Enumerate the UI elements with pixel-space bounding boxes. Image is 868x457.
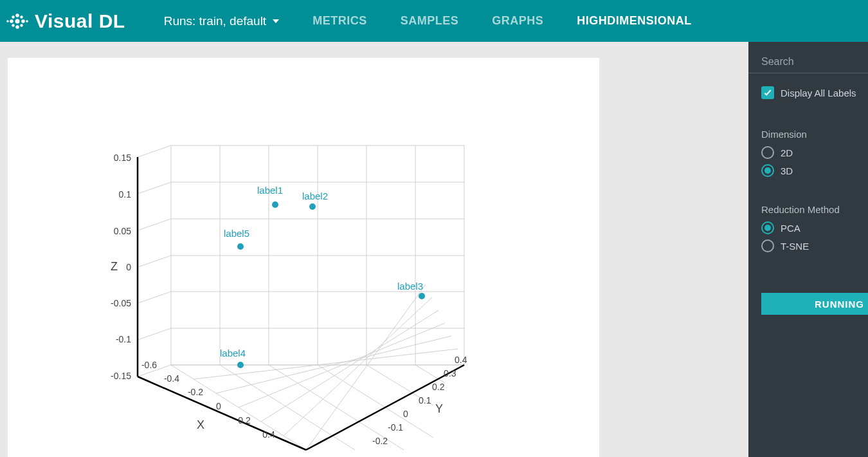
svg-text:X: X [197, 418, 204, 431]
nav-tab-samples[interactable]: SAMPLES [401, 14, 459, 28]
sidebar: Display All Labels Dimension 2D 3D Reduc… [748, 42, 868, 457]
dimension-option-2d[interactable]: 2D [748, 144, 868, 162]
search-field-wrap [748, 53, 868, 73]
svg-text:-0.15: -0.15 [111, 371, 131, 381]
svg-line-26 [138, 182, 171, 194]
svg-text:0: 0 [126, 262, 131, 272]
svg-point-7 [20, 24, 23, 26]
svg-point-1 [21, 19, 25, 23]
reduction-option-pca[interactable]: PCA [748, 219, 868, 237]
svg-line-25 [138, 145, 171, 157]
svg-text:-0.05: -0.05 [111, 298, 131, 308]
brand-logo: Visual DL [0, 8, 125, 35]
data-point: label3 [397, 281, 425, 299]
svg-text:0.3: 0.3 [444, 368, 457, 378]
svg-text:0.2: 0.2 [238, 415, 251, 425]
main-area: 0.15 0.1 0.05 0 -0.05 -0.1 -0.15 Z -0.6 … [0, 42, 868, 457]
svg-text:label2: label2 [302, 191, 328, 201]
svg-text:0: 0 [216, 401, 221, 411]
svg-text:0.4: 0.4 [455, 355, 467, 365]
svg-text:0.4: 0.4 [262, 429, 275, 440]
svg-point-70 [272, 201, 278, 208]
top-bar: Visual DL Runs: train, default METRICS S… [0, 0, 868, 42]
svg-text:-0.1: -0.1 [116, 334, 131, 344]
data-point: label5 [224, 228, 249, 250]
svg-point-5 [20, 15, 23, 18]
svg-text:Z: Z [111, 260, 118, 273]
radio-selected-icon [761, 164, 774, 177]
svg-line-34 [220, 365, 355, 450]
svg-text:label1: label1 [257, 185, 283, 196]
svg-point-76 [237, 362, 244, 368]
data-point: label2 [302, 191, 328, 210]
svg-text:label4: label4 [220, 348, 246, 359]
svg-point-0 [15, 19, 20, 23]
brand-text: Visual DL [35, 10, 125, 32]
svg-text:-0.2: -0.2 [188, 387, 203, 397]
svg-text:-0.1: -0.1 [388, 422, 403, 433]
running-button[interactable]: RUNNING [761, 293, 868, 315]
svg-text:-0.6: -0.6 [141, 360, 157, 370]
radio-icon [761, 146, 774, 159]
svg-point-2 [10, 19, 14, 23]
radio-icon [761, 239, 774, 252]
svg-line-36 [318, 365, 433, 438]
svg-text:0.05: 0.05 [114, 226, 131, 236]
svg-point-78 [237, 243, 244, 250]
svg-line-44 [261, 310, 439, 422]
chevron-down-icon [273, 19, 279, 23]
svg-text:Y: Y [435, 402, 443, 415]
radio-selected-icon [761, 221, 774, 234]
svg-point-72 [309, 203, 316, 210]
display-all-labels-label: Display All Labels [781, 88, 856, 98]
checkbox-checked-icon [761, 86, 774, 99]
svg-text:0.1: 0.1 [419, 395, 431, 406]
svg-text:0: 0 [403, 409, 408, 419]
svg-text:0.15: 0.15 [114, 153, 131, 163]
svg-point-10 [6, 20, 9, 23]
svg-point-8 [12, 24, 14, 26]
svg-point-3 [15, 14, 19, 17]
plot-card: 0.15 0.1 0.05 0 -0.05 -0.1 -0.15 Z -0.6 … [8, 58, 599, 457]
reduction-option-tsne[interactable]: T-SNE [748, 237, 868, 255]
svg-line-27 [138, 219, 171, 230]
svg-point-6 [12, 15, 14, 18]
dimension-label-3d: 3D [781, 165, 793, 176]
svg-point-74 [419, 293, 425, 299]
search-input[interactable] [748, 53, 868, 73]
svg-text:label3: label3 [397, 281, 423, 292]
svg-point-9 [26, 20, 28, 23]
runs-dropdown[interactable]: Runs: train, default [164, 14, 279, 28]
svg-text:-0.4: -0.4 [164, 373, 179, 384]
nav-tab-highdimensional[interactable]: HIGHDIMENSIONAL [577, 14, 692, 28]
dimension-title: Dimension [748, 129, 868, 144]
logo-icon [4, 8, 31, 35]
nav-tabs: METRICS SAMPLES GRAPHS HIGHDIMENSIONAL [312, 14, 692, 28]
svg-text:label5: label5 [224, 228, 249, 239]
display-all-labels-checkbox[interactable]: Display All Labels [748, 81, 868, 104]
runs-label: Runs: train, default [164, 14, 266, 28]
nav-tab-graphs[interactable]: GRAPHS [492, 14, 543, 28]
svg-point-4 [15, 25, 19, 29]
reduction-title: Reduction Method [748, 204, 868, 219]
svg-line-30 [138, 328, 171, 340]
svg-text:-0.2: -0.2 [372, 436, 388, 446]
svg-line-28 [138, 256, 171, 267]
svg-text:0.2: 0.2 [432, 382, 445, 392]
reduction-label-tsne: T-SNE [781, 241, 809, 252]
svg-line-38 [415, 365, 445, 383]
data-point: label1 [257, 185, 283, 208]
dimension-label-2d: 2D [781, 147, 793, 158]
plot-3d[interactable]: 0.15 0.1 0.05 0 -0.05 -0.1 -0.15 Z -0.6 … [8, 58, 599, 457]
nav-tab-metrics[interactable]: METRICS [312, 14, 367, 28]
reduction-label-pca: PCA [781, 223, 800, 234]
svg-line-29 [138, 292, 171, 303]
dimension-option-3d[interactable]: 3D [748, 162, 868, 180]
svg-text:0.1: 0.1 [119, 189, 132, 200]
